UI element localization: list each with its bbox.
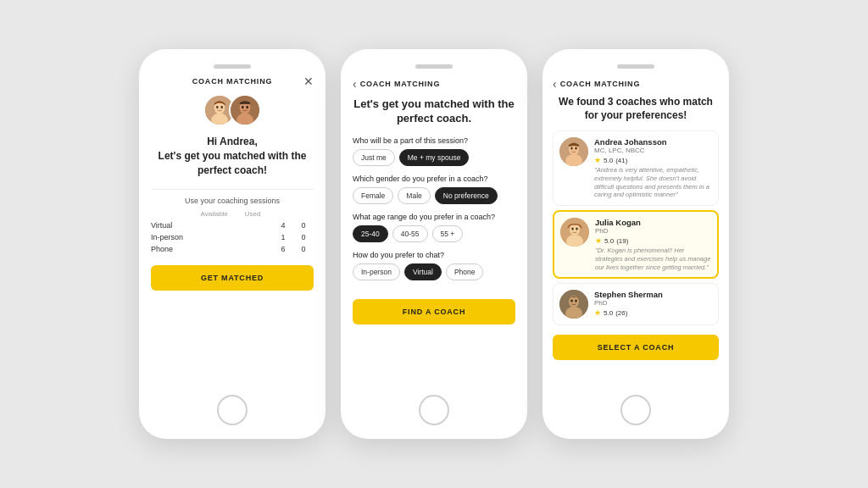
session-used-phone: 0: [293, 245, 314, 253]
used-header: Used: [245, 210, 261, 218]
coach-info-julia: Julia Kogan PhD ★ 5.0 (19) "Dr. Kogan is…: [595, 218, 711, 271]
find-coach-button[interactable]: FIND A COACH: [353, 299, 515, 324]
q1-label: Who will be a part of this session?: [353, 136, 515, 145]
q2-label: Which gender do you prefer in a coach?: [353, 175, 515, 183]
svg-point-9: [246, 106, 248, 109]
session-type-virtual: Virtual: [151, 221, 273, 230]
coach-card-andrea[interactable]: Andrea Johansson MC, LPC, NBCC ★ 5.0 (41…: [553, 130, 719, 206]
coach-info-stephen: Stephen Sherman PhD ★ 5.0 (26): [594, 290, 712, 319]
back-button-3[interactable]: ‹: [553, 77, 557, 91]
back-button-2[interactable]: ‹: [353, 77, 357, 91]
phone3-heading: We found 3 coaches who matchfor your pre…: [553, 96, 719, 122]
phone2-content: ‹ COACH MATCHING Let's get you matched w…: [341, 77, 527, 395]
sessions-row-phone: Phone 6 0: [151, 243, 314, 255]
svg-point-8: [242, 106, 244, 109]
avatar-male: [229, 94, 261, 126]
option-male[interactable]: Male: [398, 187, 430, 204]
coach-card-stephen[interactable]: Stephen Sherman PhD ★ 5.0 (26): [553, 283, 719, 325]
phone2-title: COACH MATCHING: [360, 80, 441, 88]
option-chat-virtual[interactable]: Virtual: [404, 263, 442, 280]
available-header: Available: [200, 210, 227, 218]
option-chat-inperson[interactable]: In-person: [353, 263, 400, 280]
phone3-header: ‹ COACH MATCHING: [553, 77, 719, 91]
q3-options: 25-40 40-55 55 +: [353, 225, 515, 242]
coach-stephen-svg: [559, 290, 588, 319]
option-female[interactable]: Female: [353, 187, 393, 204]
coach-name-julia: Julia Kogan: [595, 218, 711, 227]
phone-2: ‹ COACH MATCHING Let's get you matched w…: [341, 49, 527, 439]
q1-options: Just me Me + my spouse: [353, 149, 515, 166]
sessions-row-virtual: Virtual 4 0: [151, 219, 314, 231]
option-no-preference[interactable]: No preference: [435, 187, 498, 204]
phone1-content: COACH MATCHING ✕: [139, 77, 326, 395]
star-icon-andrea: ★: [594, 156, 601, 164]
svg-point-19: [576, 228, 577, 230]
option-age-25-40[interactable]: 25-40: [353, 225, 388, 242]
coach-info-andrea: Andrea Johansson MC, LPC, NBCC ★ 5.0 (41…: [594, 137, 712, 199]
phone1-greeting: Hi Andrea, Let's get you matched with th…: [159, 135, 307, 177]
option-me-spouse[interactable]: Me + my spouse: [399, 149, 470, 166]
rating-value-stephen: 5.0: [604, 309, 613, 317]
phones-container: COACH MATCHING ✕: [122, 32, 746, 456]
session-available-inperson: 1: [273, 233, 293, 241]
coach-card-julia[interactable]: Julia Kogan PhD ★ 5.0 (19) "Dr. Kogan is…: [553, 210, 719, 279]
phone3-content: ‹ COACH MATCHING We found 3 coaches who …: [542, 77, 729, 395]
close-button[interactable]: ✕: [303, 75, 314, 88]
svg-point-18: [571, 228, 573, 230]
coach-cred-stephen: PhD: [594, 299, 712, 307]
rating-value-julia: 5.0: [604, 237, 614, 245]
svg-point-4: [220, 106, 223, 109]
phone-notch-3: [617, 64, 654, 69]
svg-point-14: [575, 147, 576, 150]
svg-point-7: [236, 114, 253, 126]
phone-notch-1: [214, 64, 251, 69]
q4-options: In-person Virtual Phone: [353, 263, 515, 280]
svg-point-13: [570, 147, 572, 150]
option-chat-phone[interactable]: Phone: [446, 263, 484, 280]
svg-point-16: [570, 224, 580, 236]
q4-label: How do you prefer to chat?: [353, 251, 515, 259]
svg-point-2: [211, 114, 228, 126]
session-type-phone: Phone: [151, 245, 273, 253]
svg-point-23: [570, 300, 572, 302]
session-available-phone: 6: [273, 245, 293, 253]
divider-1: [151, 189, 314, 190]
phone-home-3: [620, 395, 651, 425]
phone-1: COACH MATCHING ✕: [139, 49, 326, 439]
session-available-virtual: 4: [273, 221, 293, 230]
coach-avatar-julia: [560, 218, 589, 247]
session-used-inperson: 0: [293, 233, 314, 241]
coach-name-stephen: Stephen Sherman: [594, 290, 712, 299]
phone-3: ‹ COACH MATCHING We found 3 coaches who …: [542, 49, 729, 439]
coach-julia-svg: [560, 218, 589, 247]
coach-cred-andrea: MC, LPC, NBCC: [594, 147, 712, 154]
phone-home-1: [217, 395, 248, 425]
star-icon-julia: ★: [595, 236, 602, 245]
select-coach-button[interactable]: SELECT A COACH: [553, 335, 719, 360]
q3-label: What age range do you prefer in a coach?: [353, 213, 515, 221]
svg-point-3: [216, 106, 219, 109]
coach-rating-julia: ★ 5.0 (19): [595, 236, 711, 245]
phone-home-2: [419, 395, 449, 425]
rating-count-stephen: (26): [615, 309, 627, 317]
phone1-header: COACH MATCHING ✕: [151, 77, 314, 86]
rating-value-andrea: 5.0: [604, 157, 613, 164]
phone2-heading: Let's get you matched with the perfect c…: [353, 97, 515, 126]
coach-avatar-andrea: [559, 137, 588, 166]
option-just-me[interactable]: Just me: [353, 149, 395, 166]
sessions-row-inperson: In-person 1 0: [151, 231, 314, 243]
coach-avatar-stephen: [559, 290, 588, 319]
coach-cred-julia: PhD: [595, 227, 711, 235]
session-used-virtual: 0: [293, 221, 314, 230]
coach-review-julia: "Dr. Kogan is phenomenal!! Her strategie…: [595, 247, 711, 271]
svg-point-24: [575, 300, 576, 302]
sessions-table: Virtual 4 0 In-person 1 0 Phone 6 0: [151, 219, 314, 255]
get-matched-button[interactable]: GET MATCHED: [151, 265, 314, 291]
coach-andrea-svg: [559, 137, 588, 166]
sessions-header: Available Used: [200, 210, 264, 218]
option-age-55plus[interactable]: 55 +: [432, 225, 464, 242]
session-type-inperson: In-person: [151, 233, 273, 241]
phone1-title: COACH MATCHING: [192, 77, 273, 86]
option-age-40-55[interactable]: 40-55: [392, 225, 428, 242]
svg-point-21: [569, 296, 579, 308]
